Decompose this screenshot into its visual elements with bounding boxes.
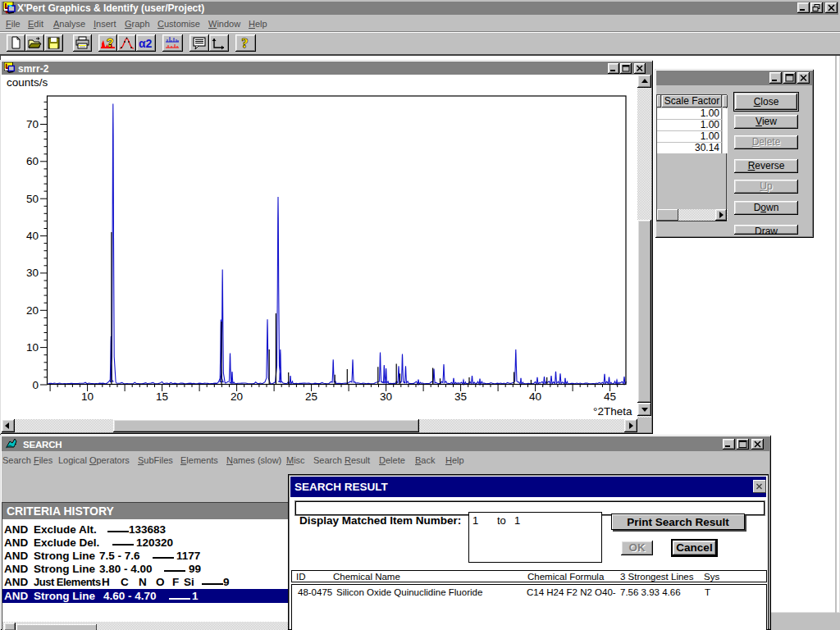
svg-text:40: 40 <box>529 390 541 403</box>
svg-text:45: 45 <box>604 390 616 403</box>
svg-text:40: 40 <box>26 230 39 242</box>
svg-text:25: 25 <box>305 390 317 403</box>
svg-text:°2Theta: °2Theta <box>593 405 632 418</box>
svg-text:20: 20 <box>26 304 39 317</box>
svg-text:50: 50 <box>26 193 39 205</box>
svg-text:15: 15 <box>156 390 168 403</box>
svg-text:10: 10 <box>26 341 39 354</box>
svg-text:20: 20 <box>231 390 243 403</box>
svg-text:30: 30 <box>380 390 392 403</box>
svg-text:30: 30 <box>26 267 39 279</box>
svg-text:10: 10 <box>81 390 94 403</box>
svg-text:35: 35 <box>454 390 467 403</box>
svg-text:70: 70 <box>26 118 39 130</box>
svg-text:0: 0 <box>32 379 39 391</box>
svg-text:counts/s: counts/s <box>7 76 48 89</box>
svg-text:60: 60 <box>26 155 39 167</box>
